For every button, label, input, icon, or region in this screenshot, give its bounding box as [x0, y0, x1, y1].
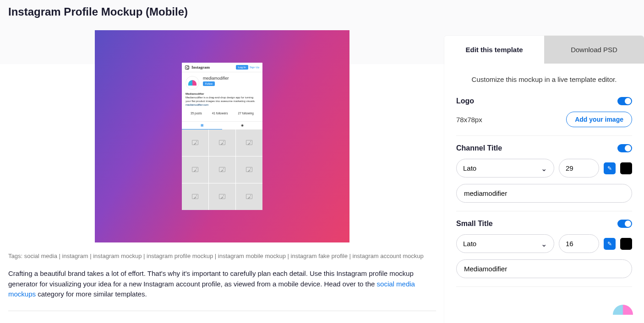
description: Crafting a beautiful brand takes a lot o…	[8, 269, 416, 300]
grid-tab: ▦	[182, 122, 222, 129]
logo-label: Logo	[456, 97, 474, 105]
description-post: category for more similar templates.	[36, 290, 147, 298]
channel-title-input[interactable]	[456, 184, 632, 203]
divider	[8, 311, 436, 311]
logo-toggle[interactable]	[617, 97, 632, 105]
channel-title-toggle[interactable]	[617, 144, 632, 152]
add-your-image-button[interactable]: Add your image	[566, 112, 632, 127]
channel-font-size-input[interactable]	[559, 159, 599, 178]
channel-color-swatch[interactable]	[620, 162, 632, 174]
image-placeholder-icon	[192, 140, 198, 145]
tags-list: social media | instagram | instagram moc…	[24, 253, 424, 259]
pencil-icon: ✎	[607, 165, 612, 172]
page-title: Instagram Profile Mockup (Mobile)	[8, 5, 436, 18]
image-placeholder-icon	[246, 194, 252, 199]
stat-followers: 41 followers	[212, 112, 228, 115]
bio-title: Mediamodifier	[186, 92, 259, 96]
small-title-toggle[interactable]	[617, 220, 632, 228]
tagged-tab: ◉	[222, 122, 262, 129]
image-placeholder-icon	[246, 140, 252, 145]
bio-link: mediamodifier.com	[186, 103, 259, 107]
person-icon: ◉	[241, 124, 244, 127]
tags-row: Tags: social media | instagram | instagr…	[8, 253, 436, 259]
small-color-swatch[interactable]	[620, 238, 632, 250]
stat-posts: 35 posts	[191, 112, 202, 115]
brand-logo-icon	[613, 305, 635, 319]
preview-gradient: Instagram Log In Sign Up mediamodifier	[95, 30, 349, 242]
grid-icon: ▦	[201, 124, 204, 127]
image-placeholder-icon	[192, 167, 198, 172]
post-grid	[182, 129, 262, 210]
channel-title-label: Channel Title	[456, 144, 502, 152]
image-placeholder-icon	[219, 167, 225, 172]
small-font-size-input[interactable]	[559, 234, 599, 253]
follow-button: Follow	[203, 81, 215, 86]
avatar	[186, 76, 199, 90]
pencil-icon: ✎	[607, 241, 612, 247]
bio-text: Mediamodifier is a drag-and-drop design …	[186, 96, 259, 103]
description-text: Crafting a beautiful brand takes a lot o…	[8, 269, 414, 288]
image-placeholder-icon	[246, 167, 252, 172]
tags-prefix: Tags:	[8, 253, 24, 259]
image-placeholder-icon	[192, 194, 198, 199]
login-button: Log In	[236, 65, 248, 70]
tab-download-psd[interactable]: Download PSD	[544, 36, 644, 64]
editor-sidebar: Edit this template Download PSD Customiz…	[444, 36, 644, 323]
preview-container: Instagram Log In Sign Up mediamodifier	[8, 30, 436, 242]
instagram-icon	[185, 65, 189, 70]
channel-edit-button[interactable]: ✎	[604, 162, 616, 174]
signup-text: Sign Up	[250, 66, 259, 69]
small-font-select[interactable]	[456, 234, 554, 253]
small-edit-button[interactable]: ✎	[604, 238, 616, 250]
profile-username: mediamodifier	[203, 76, 259, 81]
channel-font-select[interactable]	[456, 159, 554, 178]
tab-edit-template[interactable]: Edit this template	[444, 36, 544, 64]
image-placeholder-icon	[219, 140, 225, 145]
instagram-wordmark: Instagram	[191, 65, 210, 70]
stat-following: 27 following	[238, 112, 254, 115]
small-title-input[interactable]	[456, 259, 632, 278]
logo-size: 78x78px	[456, 116, 482, 124]
panel-subtitle: Customize this mockup in a live template…	[456, 75, 632, 83]
phone-mockup: Instagram Log In Sign Up mediamodifier	[182, 63, 262, 210]
small-title-label: Small Title	[456, 220, 493, 228]
image-placeholder-icon	[219, 194, 225, 199]
